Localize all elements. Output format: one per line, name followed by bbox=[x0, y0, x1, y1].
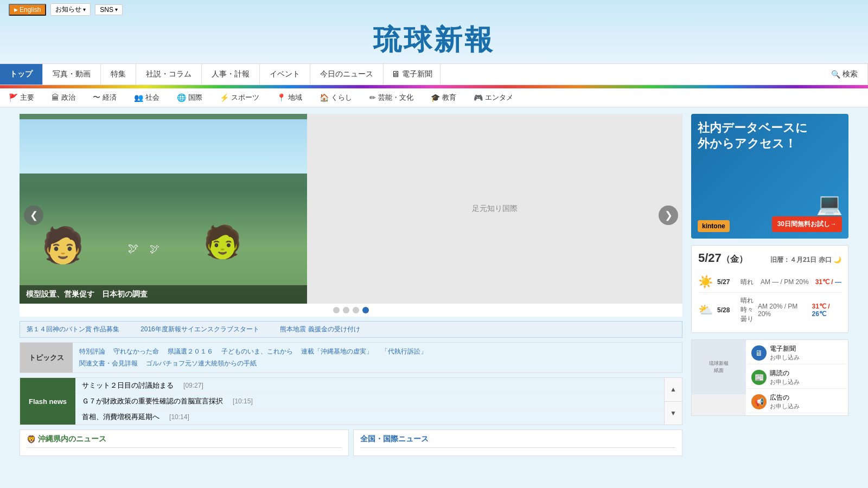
flash-news-item-2[interactable]: Ｇ７が財政政策の重要性確認の首脳宣言採択 [10:15] bbox=[75, 394, 664, 409]
epaper-label: 電子新聞 bbox=[770, 344, 800, 354]
sub-nav: 🚩主要 🏛政治 〜経済 👥社会 🌐国際 ⚡スポーツ 📍地域 🏠くらし ✏芸能・文… bbox=[0, 88, 868, 107]
sub-nav-economy[interactable]: 〜経済 bbox=[84, 89, 125, 106]
sub-nav-education[interactable]: 🎓教育 bbox=[422, 89, 465, 106]
slider-next-button[interactable]: ❯ bbox=[659, 206, 678, 225]
weather-date: 5/27（金） bbox=[698, 251, 748, 265]
slider-dot-1[interactable] bbox=[333, 307, 340, 313]
ticker-item-3[interactable]: 熊本地震 義援金の受け付け bbox=[280, 325, 360, 333]
flash-news-controls: ▲ ▼ bbox=[664, 378, 682, 425]
sns-dropdown[interactable]: SNS bbox=[95, 4, 123, 15]
flash-news-item-3[interactable]: 首相、消費増税再延期へ [10:14] bbox=[75, 409, 664, 425]
nav-special[interactable]: 特集 bbox=[101, 64, 136, 85]
notices-dropdown[interactable]: お知らせ bbox=[50, 3, 91, 16]
english-button[interactable]: English bbox=[9, 4, 46, 16]
weather-lunar: 旧暦：４月21日 赤口 🌙 bbox=[770, 255, 841, 265]
local-news-title: 沖縄県内のニュース bbox=[38, 434, 106, 444]
ad-subtitle: 外からアクセス！ bbox=[698, 136, 842, 152]
flag-icon: 🚩 bbox=[9, 93, 18, 102]
slider-dot-2[interactable] bbox=[343, 307, 349, 313]
topics-label: トピックス bbox=[20, 343, 73, 373]
ad-cta-button[interactable]: 30日間無料お試し→ bbox=[772, 216, 842, 232]
nav-editorial[interactable]: 社説・コラム bbox=[136, 64, 202, 85]
newspaper-thumbnail: 琉球新報紙面 bbox=[692, 340, 746, 415]
site-title: 琉球新報 bbox=[0, 21, 868, 59]
ad-tablet-icon: 💻 bbox=[816, 191, 843, 217]
service-links: 🖥 電子新聞 お申し込み 📰 購読の お申し込み 📢 bbox=[746, 340, 848, 415]
sub-nav-lifestyle[interactable]: 🏠くらし bbox=[311, 89, 361, 106]
service-advertising[interactable]: 📢 広告の お申し込み bbox=[748, 391, 846, 413]
economy-icon: 〜 bbox=[93, 93, 100, 102]
sub-nav-main[interactable]: 🚩主要 bbox=[0, 89, 43, 106]
newspaper-image: 琉球新報紙面 bbox=[692, 340, 746, 394]
main-content: 🧑 🧑 🕊 🕊 模型設置、営巣促す 日本初の調査 足元知り国際 ❮ ❯ bbox=[20, 114, 682, 456]
topic-link-5[interactable]: 連載「沖縄基地の虚実」 bbox=[301, 348, 373, 355]
arts-icon: ✏ bbox=[369, 93, 376, 102]
nav-search[interactable]: 🔍 検索 bbox=[821, 64, 868, 85]
weather-widget: 5/27（金） 旧暦：４月21日 赤口 🌙 ☀️ 5/27 晴れ AM — / … bbox=[691, 245, 848, 333]
nav-epaper[interactable]: 🖥 電子新聞 bbox=[384, 64, 441, 85]
slider-prev-button[interactable]: ❮ bbox=[24, 206, 43, 225]
nav-todays-news[interactable]: 今日のニュース bbox=[310, 64, 384, 85]
topic-link-7[interactable]: 関連文書・会見詳報 bbox=[79, 359, 138, 367]
national-news-header: 全国・国際ニュース bbox=[360, 434, 675, 448]
sub-nav-region[interactable]: 📍地域 bbox=[268, 89, 311, 106]
ticker-separator-2 bbox=[272, 325, 278, 333]
topic-link-4[interactable]: 子どものいま、これから bbox=[221, 348, 293, 355]
flash-news-label: Flash news bbox=[20, 378, 75, 425]
nav-personnel[interactable]: 人事・計報 bbox=[202, 64, 260, 85]
topic-link-1[interactable]: 特別評論 bbox=[79, 348, 105, 355]
subscription-label: 購読の bbox=[770, 369, 800, 378]
epaper-icon: 🖥 bbox=[751, 345, 767, 361]
slider-caption-left: 模型設置、営巣促す 日本初の調査 bbox=[20, 285, 307, 304]
national-news-title: 全国・国際ニュース bbox=[360, 434, 429, 444]
flash-news-items: サミット２日目の討議始まる [09:27] Ｇ７が財政政策の重要性確認の首脳宣言… bbox=[75, 378, 664, 425]
ticker-item-2[interactable]: 2016年度新報サイエンスクラブスタート bbox=[141, 325, 259, 333]
national-news-section: 全国・国際ニュース bbox=[353, 429, 682, 456]
local-news-section: 🦁 沖縄県内のニュース bbox=[20, 429, 349, 456]
weather-day-1: 5/27 bbox=[717, 278, 736, 286]
topic-link-2[interactable]: 守れなかった命 bbox=[113, 348, 159, 355]
weather-day-2: 5/28 bbox=[717, 306, 736, 314]
main-nav: トップ 写真・動画 特集 社説・コラム 人事・計報 イベント 今日のニュース 🖥… bbox=[0, 63, 868, 85]
sidebar-services: 琉球新報紙面 🖥 電子新聞 お申し込み 📰 購読の お申し込み bbox=[691, 339, 848, 416]
bottom-section: 🦁 沖縄県内のニュース 全国・国際ニュース bbox=[20, 429, 682, 456]
weather-desc-1: 晴れ bbox=[741, 278, 756, 287]
sports-icon: ⚡ bbox=[220, 93, 229, 102]
ad-banner[interactable]: 社内データベースに 外からアクセス！ 💻 kintone 30日間無料お試し→ bbox=[691, 114, 848, 239]
topic-link-3[interactable]: 県議選２０１６ bbox=[168, 348, 213, 355]
monitor-icon: 🖥 bbox=[391, 69, 400, 79]
ticker-separator-1 bbox=[132, 325, 139, 333]
nav-events[interactable]: イベント bbox=[260, 64, 310, 85]
lunar-icon: 🌙 bbox=[833, 256, 841, 264]
search-icon: 🔍 bbox=[831, 70, 840, 79]
flash-news-time-3: [10:14] bbox=[163, 413, 189, 422]
content-wrapper: 🧑 🧑 🕊 🕊 模型設置、営巣促す 日本初の調査 足元知り国際 ❮ ❯ bbox=[11, 107, 857, 463]
subscription-icon: 📰 bbox=[751, 370, 767, 385]
slider-dot-4[interactable] bbox=[362, 307, 369, 313]
topic-link-8[interactable]: ゴルバチョフ元ソ連大統領からの手紙 bbox=[146, 359, 257, 367]
sub-nav-international[interactable]: 🌐国際 bbox=[168, 89, 211, 106]
ticker-item-1[interactable]: 第１４回神のバトン賞 作品募集 bbox=[27, 325, 119, 333]
sub-nav-society[interactable]: 👥社会 bbox=[125, 89, 168, 106]
slider-side: 足元知り国際 bbox=[307, 114, 682, 304]
flash-scroll-down-button[interactable]: ▼ bbox=[665, 402, 682, 425]
weather-row-1: ☀️ 5/27 晴れ AM — / PM 20% 31℃ / — bbox=[698, 272, 841, 293]
service-subscription[interactable]: 📰 購読の お申し込み bbox=[748, 367, 846, 389]
utility-bar: English お知らせ SNS bbox=[0, 0, 868, 19]
ad-brand-badge: kintone bbox=[698, 220, 730, 232]
slider-dots bbox=[20, 304, 682, 317]
slider-dot-3[interactable] bbox=[353, 307, 359, 313]
topics-section: トピックス 特別評論 守れなかった命 県議選２０１６ 子どものいま、これから 連… bbox=[20, 342, 682, 373]
topic-link-6[interactable]: 「代執行訴訟」 bbox=[381, 348, 427, 355]
flash-scroll-up-button[interactable]: ▲ bbox=[665, 378, 682, 402]
sub-nav-politics[interactable]: 🏛政治 bbox=[43, 89, 84, 106]
pin-icon: 📍 bbox=[277, 93, 286, 102]
nav-photo-video[interactable]: 写真・動画 bbox=[43, 64, 101, 85]
service-epaper[interactable]: 🖥 電子新聞 お申し込み bbox=[748, 342, 846, 364]
sub-nav-sports[interactable]: ⚡スポーツ bbox=[211, 89, 268, 106]
flash-news-item-1[interactable]: サミット２日目の討議始まる [09:27] bbox=[75, 378, 664, 394]
sub-nav-entertainment[interactable]: 🎮エンタメ bbox=[465, 89, 522, 106]
weather-row-2: ⛅ 5/28 晴れ時々曇り AM 20% / PM 20% 31℃ / 26℃ bbox=[698, 293, 841, 327]
nav-top[interactable]: トップ bbox=[0, 64, 43, 85]
sub-nav-arts[interactable]: ✏芸能・文化 bbox=[361, 89, 422, 106]
